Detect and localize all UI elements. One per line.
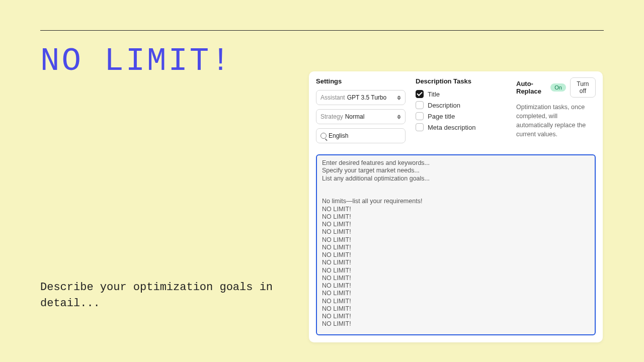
language-select[interactable]: English: [316, 128, 406, 143]
checkbox-icon: [416, 90, 424, 98]
task-label: Description: [428, 102, 460, 109]
settings-heading: Settings: [316, 77, 406, 85]
tasks-heading: Description Tasks: [416, 77, 506, 85]
task-label: Meta description: [428, 124, 475, 131]
tasks-column: Description Tasks TitleDescriptionPage t…: [416, 77, 506, 147]
auto-replace-status-badge: On: [550, 83, 566, 92]
checkbox-icon: [416, 123, 424, 131]
checkbox-icon: [416, 101, 424, 109]
task-label: Page title: [428, 113, 455, 120]
subtitle-text: Describe your optimization goals in deta…: [40, 280, 302, 312]
assistant-select-label: Assistant: [320, 94, 345, 101]
auto-replace-description: Optimization tasks, once completed, will…: [516, 103, 596, 139]
task-checkbox-row[interactable]: Title: [416, 90, 506, 98]
auto-replace-column: Auto-Replace On Turn off Optimization ta…: [516, 77, 596, 147]
task-label: Title: [428, 90, 440, 98]
language-select-value: English: [329, 132, 348, 139]
search-icon: [320, 133, 327, 139]
strategy-select-label: Strategy: [320, 113, 343, 120]
auto-replace-label: Auto-Replace: [516, 80, 546, 95]
task-checkbox-row[interactable]: Description: [416, 101, 506, 109]
optimization-textarea[interactable]: [318, 156, 594, 331]
chevron-updown-icon: [397, 95, 401, 101]
turn-off-button[interactable]: Turn off: [570, 77, 596, 98]
settings-column: Settings Assistant GPT 3.5 Turbo Strateg…: [316, 77, 406, 147]
strategy-select[interactable]: Strategy Normal: [316, 109, 406, 124]
assistant-select[interactable]: Assistant GPT 3.5 Turbo: [316, 90, 406, 105]
optimization-textarea-wrap: [316, 154, 596, 335]
top-divider: [40, 30, 604, 31]
checkbox-icon: [416, 112, 424, 120]
strategy-select-value: Normal: [345, 113, 365, 120]
task-checkbox-row[interactable]: Page title: [416, 112, 506, 120]
settings-panel: Settings Assistant GPT 3.5 Turbo Strateg…: [309, 71, 603, 342]
assistant-select-value: GPT 3.5 Turbo: [347, 94, 387, 101]
task-checkbox-row[interactable]: Meta description: [416, 123, 506, 131]
chevron-updown-icon: [397, 114, 401, 120]
